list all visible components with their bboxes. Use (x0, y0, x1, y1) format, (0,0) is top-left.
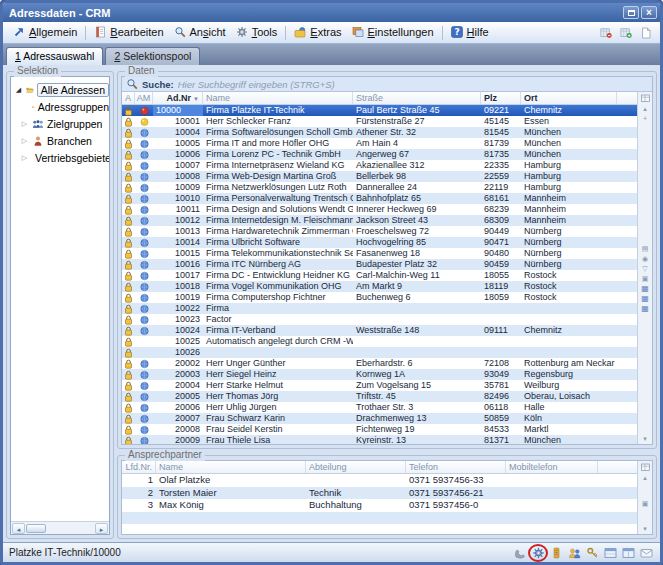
titlebar[interactable]: Adressdaten - CRM (3, 3, 660, 22)
table-row[interactable]: 10015Firma Telekommunikationstechnik Sei… (122, 248, 637, 259)
table-row[interactable]: 10016Firma ITC Nürnberg AGBudapester Pla… (122, 259, 637, 270)
scrollbar-thumb[interactable] (26, 524, 46, 533)
table-row[interactable]: 10023Factor (122, 314, 637, 325)
grid-tool-icon[interactable]: ◉ (642, 255, 648, 263)
table-row[interactable]: 10009Firma Netzwerklösungen Lutz RothDan… (122, 182, 637, 193)
table-row[interactable]: 10010Firma Personalverwaltung Trentsch G… (122, 193, 637, 204)
workflow-gear-icon[interactable] (531, 546, 546, 560)
table-row[interactable]: 20002Herr Unger GüntherEberhardstr. 6721… (122, 358, 637, 369)
scroll-left-button[interactable]: ◂ (12, 523, 25, 534)
table-row[interactable]: 10006Firma Lorenz PC - Technik GmbHAnger… (122, 149, 637, 160)
table-row[interactable]: 10001Herr Schlecker FranzFürstenstraße 2… (122, 116, 637, 127)
tree-item-zielgruppen[interactable]: ▷Zielgruppen (11, 115, 109, 132)
menu-item-tools[interactable]: Tools (231, 25, 283, 39)
column-header-telefon[interactable]: Telefon (406, 461, 506, 473)
table-row[interactable]: 10013Firma Hardwaretechnik Zimmerman OHG… (122, 226, 637, 237)
permissions-key-icon[interactable] (585, 546, 600, 560)
column-header-lfd-nr[interactable]: Lfd.Nr. (122, 461, 156, 473)
phone-icon[interactable] (513, 546, 528, 560)
column-header-name[interactable]: Name (156, 461, 306, 473)
contact-row-empty[interactable] (122, 524, 637, 534)
search-input[interactable] (178, 78, 648, 90)
menu-item-hilfe[interactable]: ?Hilfe (446, 25, 494, 39)
table-row[interactable]: 20009Frau Thiele LisaKyreinstr. 1381371M… (122, 435, 637, 444)
window-layout-icon[interactable] (603, 546, 618, 560)
column-header-ad-nr[interactable]: Ad.Nr▼ (153, 92, 203, 104)
column-header-ort[interactable]: Ort (521, 92, 617, 104)
table-row[interactable]: 20004Herr Starke HelmutZum Vogelsang 153… (122, 380, 637, 391)
expander-icon[interactable]: ▷ (20, 120, 29, 128)
mail-icon[interactable] (639, 546, 654, 560)
contacts-table-scrollbar[interactable]: ▴▣▾ (637, 461, 652, 534)
table-row[interactable]: 10022Firma (122, 303, 637, 314)
tree-horizontal-scrollbar[interactable]: ◂ ▸ (11, 521, 109, 534)
grid-tool-icon[interactable]: ▤ (642, 245, 649, 253)
table-row[interactable]: 10025Automatisch angelegt durch CRM -Wie… (122, 336, 637, 347)
table-row[interactable]: 10026 (122, 347, 637, 358)
tab-2-selektionspool[interactable]: 2 Selektionspool (105, 47, 200, 65)
grid-view-icon[interactable]: ▦ (641, 305, 649, 313)
table-row[interactable]: 20007Frau Schwarz KarinDrachmenweg 13508… (122, 413, 637, 424)
column-header-a[interactable]: A (122, 92, 135, 104)
table-row[interactable]: 10017Firma DC - Entwicklung Heidner KGCa… (122, 270, 637, 281)
close-button[interactable] (641, 6, 657, 19)
window-split-icon[interactable] (621, 546, 636, 560)
table-row[interactable]: 10004Firma Softwarelösungen Scholl GmbHA… (122, 127, 637, 138)
table-row[interactable]: 10012Firma Internetdesign M. Fleischmann… (122, 215, 637, 226)
users-icon[interactable] (567, 546, 582, 560)
menu-item-bearbeiten[interactable]: Bearbeiten (89, 25, 168, 39)
table-row[interactable]: 20008Frau Seidel KerstinFichtenweg 19845… (122, 424, 637, 435)
grid-tool-icon[interactable]: ▣ (642, 275, 649, 283)
column-header-mobiltelefon[interactable]: Mobiltelefon (506, 461, 598, 473)
table-row[interactable]: 10000Firma Platzke IT-TechnikPaul Bertz … (122, 105, 637, 116)
expander-icon[interactable]: ◢ (14, 86, 23, 94)
contact-row[interactable]: 3Max KönigBuchhaltung0371 5937456-0 (122, 499, 637, 512)
grid-tool-icon[interactable]: ▽ (642, 265, 647, 273)
address-table-scrollbar[interactable]: ▴+▤◉▽▣▦▦▦▾ (637, 92, 652, 444)
menu-item-einstellungen[interactable]: Einstellungen (347, 25, 439, 39)
table-row[interactable]: 10005Firma IT and more Höfler OHGAm Hain… (122, 138, 637, 149)
tab-1-adressauswahl[interactable]: 1 Adressauswahl (6, 47, 103, 65)
scroll-up-icon[interactable]: ▴ (643, 474, 647, 482)
tree-item-alle-adressen[interactable]: ◢Alle Adressen (11, 81, 109, 98)
grid-view-icon[interactable]: ▦ (641, 285, 649, 293)
table-row[interactable]: 20005Herr Thomas JörgTriftstr. 4582496Ob… (122, 391, 637, 402)
scroll-up-icon[interactable]: + (643, 115, 647, 123)
column-chooser-icon[interactable] (640, 93, 651, 103)
column-header-am[interactable]: AM (135, 92, 153, 104)
new-document-button[interactable] (638, 26, 653, 40)
table-row[interactable]: 20003Herr Siegel HeinzKornweg 1A93049Reg… (122, 369, 637, 380)
column-header-name[interactable]: Name (203, 92, 353, 104)
expander-icon[interactable]: ▷ (20, 154, 29, 162)
table-row[interactable]: 10019Firma Computershop FichtnerBuchenwe… (122, 292, 637, 303)
menu-item-extras[interactable]: Extras (289, 25, 346, 39)
menu-item-ansicht[interactable]: Ansicht (169, 25, 231, 39)
column-header-abteilung[interactable]: Abteilung (306, 461, 406, 473)
tree-item-branchen[interactable]: ▷Branchen (11, 132, 109, 149)
tree-item-vertriebsgebiete[interactable]: ▷Vertriebsgebiete (11, 149, 109, 166)
tree-item-adressgruppen[interactable]: Adressgruppen (11, 98, 109, 115)
menu-item-allgemein[interactable]: Allgemein (8, 25, 82, 39)
add-record-button[interactable] (618, 26, 633, 40)
table-row[interactable]: 10007Firma Internetpräsenz Wieland KGAka… (122, 160, 637, 171)
scroll-down-icon[interactable]: ▾ (643, 525, 647, 533)
table-row[interactable]: 10024Firma IT-VerbandWeststraße 14809111… (122, 325, 637, 336)
expander-icon[interactable]: ▷ (20, 137, 29, 145)
grid-tool-icon[interactable]: ▣ (642, 500, 649, 508)
remove-record-button[interactable] (598, 26, 613, 40)
table-row[interactable]: 10011Firma Design and Solutions Wendt Gm… (122, 204, 637, 215)
table-row[interactable]: 10014Firma Ulbricht SoftwareHochvogelrin… (122, 237, 637, 248)
column-header-straße[interactable]: Straße (353, 92, 481, 104)
scroll-up-icon[interactable]: ▴ (643, 105, 647, 113)
table-row[interactable]: 10018Firma Vogel Kommunikation OHGAm Mar… (122, 281, 637, 292)
report-icon[interactable] (549, 546, 564, 560)
column-header-plz[interactable]: Plz (481, 92, 521, 104)
grid-view-icon[interactable]: ▦ (641, 295, 649, 303)
contact-row-empty[interactable] (122, 512, 637, 525)
table-row[interactable]: 20006Herr Uhlig JürgenTrothaer Str. 3061… (122, 402, 637, 413)
column-chooser-icon[interactable] (640, 462, 651, 472)
table-row[interactable]: 10008Firma Web-Design Martina GroßBeller… (122, 171, 637, 182)
contact-row[interactable]: 1Olaf Platzke0371 5937456-33 (122, 474, 637, 487)
restore-button[interactable] (623, 6, 639, 19)
scroll-down-icon[interactable]: ▾ (643, 435, 647, 443)
